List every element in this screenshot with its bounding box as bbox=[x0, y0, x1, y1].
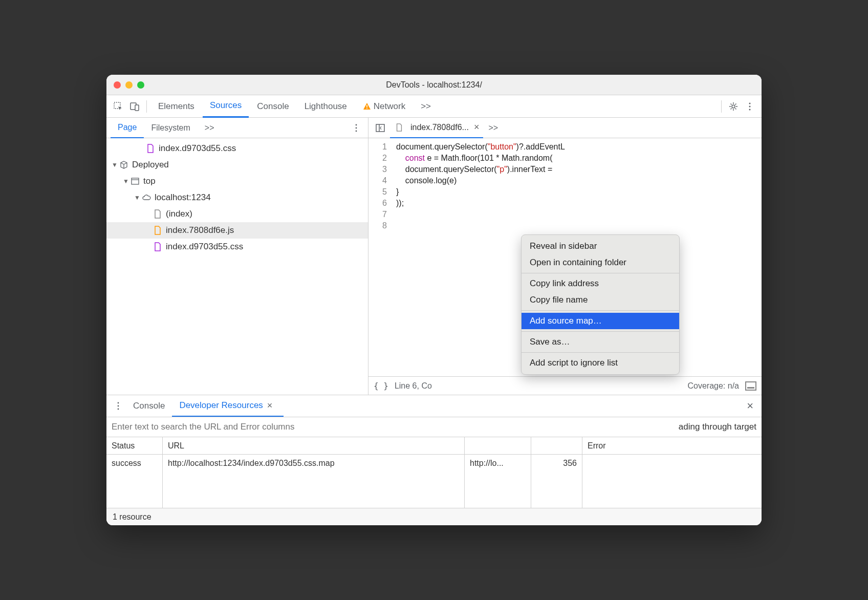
svg-point-9 bbox=[356, 124, 357, 125]
main-toolbar: Elements Sources Console Lighthouse Netw… bbox=[106, 95, 762, 118]
drawer-close-button[interactable]: × bbox=[743, 399, 757, 413]
line-number: 6 bbox=[368, 198, 387, 209]
tree-item-label: localhost:1234 bbox=[155, 192, 211, 203]
pretty-print-icon[interactable]: { } bbox=[374, 381, 388, 391]
drawer-tab-console[interactable]: Console bbox=[126, 395, 172, 417]
toolbar-divider bbox=[146, 100, 147, 113]
editor-tab-label: index.7808df6... bbox=[410, 123, 469, 132]
drawer-tab-close[interactable]: × bbox=[263, 400, 277, 411]
drawer-kebab-icon[interactable] bbox=[111, 398, 126, 414]
table-header: Status URL Error bbox=[106, 437, 762, 455]
menu-reveal-sidebar[interactable]: Reveal in sidebar bbox=[522, 238, 679, 254]
tree-item-label: index.7808df6e.js bbox=[166, 225, 234, 235]
line-number: 4 bbox=[368, 175, 387, 186]
toolbar-divider bbox=[721, 100, 722, 113]
tree-js-file[interactable]: index.7808df6e.js bbox=[106, 222, 368, 239]
tab-lighthouse[interactable]: Lighthouse bbox=[297, 95, 354, 118]
menu-open-folder[interactable]: Open in containing folder bbox=[522, 254, 679, 271]
col-c3-header[interactable] bbox=[465, 437, 531, 454]
svg-point-10 bbox=[356, 127, 357, 128]
settings-icon[interactable] bbox=[726, 99, 741, 114]
tree-domain[interactable]: ▼ localhost:1234 bbox=[106, 189, 368, 206]
line-number: 1 bbox=[368, 141, 387, 153]
tree-item-label: top bbox=[143, 176, 156, 186]
maximize-window-button[interactable] bbox=[137, 81, 144, 89]
coverage-label: Coverage: n/a bbox=[687, 381, 739, 391]
close-window-button[interactable] bbox=[114, 81, 121, 89]
tree-item-label: index.d9703d55.css bbox=[166, 242, 243, 252]
css-file-icon bbox=[145, 143, 156, 154]
svg-point-17 bbox=[118, 402, 119, 404]
col-c4-header[interactable] bbox=[531, 437, 582, 454]
menu-divider bbox=[522, 273, 679, 273]
menu-divider bbox=[522, 352, 679, 353]
menu-copy-filename[interactable]: Copy file name bbox=[522, 292, 679, 308]
tree-css-file-2[interactable]: index.d9703d55.css bbox=[106, 239, 368, 255]
document-icon bbox=[394, 122, 404, 133]
minimize-window-button[interactable] bbox=[125, 81, 133, 89]
menu-add-source-map[interactable]: Add source map… bbox=[522, 313, 679, 329]
svg-rect-2 bbox=[135, 105, 139, 111]
tree-item-label: index.d9703d55.css bbox=[159, 143, 236, 154]
tabs-more[interactable]: >> bbox=[414, 95, 438, 118]
line-gutter: 1 2 3 4 5 6 7 8 bbox=[368, 138, 393, 376]
svg-rect-16 bbox=[747, 387, 754, 389]
menu-copy-link[interactable]: Copy link address bbox=[522, 275, 679, 292]
col-url-header[interactable]: URL bbox=[163, 437, 465, 454]
chevron-down-icon: ▼ bbox=[123, 178, 130, 185]
editor-tabs-more[interactable]: >> bbox=[485, 118, 501, 138]
file-tree: index.d9703d55.css ▼ Deployed ▼ top ▼ lo… bbox=[106, 138, 368, 395]
subtabs-more[interactable]: >> bbox=[198, 118, 222, 138]
tab-sources[interactable]: Sources bbox=[203, 95, 249, 118]
tree-item-label: Deployed bbox=[132, 160, 169, 170]
tree-item-label: (index) bbox=[166, 209, 192, 219]
cursor-position: Line 6, Co bbox=[395, 381, 432, 391]
drawer: Console Developer Resources × × ading th… bbox=[106, 395, 762, 525]
svg-point-11 bbox=[356, 130, 357, 132]
device-toggle-icon[interactable] bbox=[127, 99, 142, 114]
svg-point-5 bbox=[732, 105, 735, 108]
svg-rect-4 bbox=[366, 108, 367, 109]
subtab-page[interactable]: Page bbox=[111, 118, 144, 138]
cell-c3: http://lo... bbox=[465, 455, 531, 472]
drawer-footer: 1 resource bbox=[106, 508, 762, 525]
warning-icon bbox=[362, 102, 372, 111]
tree-top[interactable]: ▼ top bbox=[106, 173, 368, 189]
drawer-tab-dev-resources[interactable]: Developer Resources × bbox=[172, 395, 284, 417]
col-error-header[interactable]: Error bbox=[582, 437, 762, 454]
subtab-filesystem[interactable]: Filesystem bbox=[144, 118, 197, 138]
tab-console[interactable]: Console bbox=[250, 95, 296, 118]
js-file-icon bbox=[153, 225, 163, 235]
resources-table: Status URL Error success http://localhos… bbox=[106, 437, 762, 508]
editor-tab-close[interactable]: × bbox=[472, 122, 480, 133]
inspect-element-icon[interactable] bbox=[111, 99, 126, 114]
editor-tab[interactable]: index.7808df6... × bbox=[390, 118, 483, 138]
menu-divider bbox=[522, 331, 679, 332]
context-menu: Reveal in sidebar Open in containing fol… bbox=[521, 234, 680, 375]
menu-save-as[interactable]: Save as… bbox=[522, 334, 679, 350]
load-through-target-label: ading through target bbox=[668, 422, 756, 432]
menu-ignore-list[interactable]: Add script to ignore list bbox=[522, 355, 679, 371]
tree-file-css[interactable]: index.d9703d55.css bbox=[106, 140, 368, 157]
cloud-icon bbox=[141, 192, 151, 203]
tab-network-label: Network bbox=[374, 101, 405, 112]
frame-icon bbox=[130, 176, 140, 186]
svg-point-19 bbox=[118, 409, 119, 410]
tree-deployed[interactable]: ▼ Deployed bbox=[106, 157, 368, 173]
toggle-navigator-icon[interactable] bbox=[373, 120, 388, 136]
col-status-header[interactable]: Status bbox=[106, 437, 163, 454]
tab-elements[interactable]: Elements bbox=[151, 95, 202, 118]
search-input[interactable] bbox=[112, 422, 668, 432]
svg-rect-12 bbox=[132, 178, 139, 184]
tab-network[interactable]: Network bbox=[355, 95, 413, 118]
kebab-menu-icon[interactable] bbox=[742, 99, 757, 114]
menu-divider bbox=[522, 310, 679, 311]
toggle-bottom-icon[interactable] bbox=[745, 381, 756, 391]
svg-rect-3 bbox=[366, 105, 367, 108]
window-title: DevTools - localhost:1234/ bbox=[115, 80, 753, 90]
line-number: 5 bbox=[368, 186, 387, 198]
table-row[interactable]: success http://localhost:1234/index.d970… bbox=[106, 455, 762, 472]
tree-index-doc[interactable]: (index) bbox=[106, 206, 368, 222]
navigator-kebab-icon[interactable] bbox=[349, 120, 364, 136]
svg-point-7 bbox=[749, 105, 751, 107]
